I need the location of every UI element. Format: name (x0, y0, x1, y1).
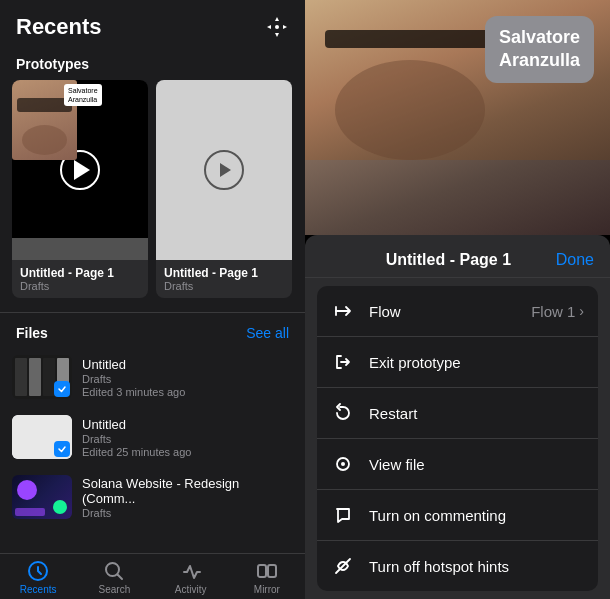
svg-rect-3 (258, 565, 266, 577)
flow-chevron-icon: › (579, 303, 584, 319)
play-icon-1 (74, 160, 90, 180)
file-item-2[interactable]: Untitled Drafts Edited 25 minutes ago (0, 407, 305, 467)
left-panel: Recents Prototypes (0, 0, 305, 599)
tab-search-label: Search (99, 584, 131, 595)
tab-mirror[interactable]: Mirror (229, 560, 305, 595)
file-thumb-3-inner (12, 475, 72, 519)
file-item-1[interactable]: Untitled Drafts Edited 3 minutes ago (0, 347, 305, 407)
file-sub-1: Drafts (82, 373, 293, 385)
menu-item-hotspot[interactable]: Turn off hotspot hints (317, 541, 598, 591)
person-name-label: Salvatore Aranzulla (485, 16, 594, 83)
sheet-menu: Flow Flow 1 › Exit prototype (317, 286, 598, 591)
sheet-done-button[interactable]: Done (556, 251, 594, 269)
tab-mirror-label: Mirror (254, 584, 280, 595)
tab-recents[interactable]: Recents (0, 560, 76, 595)
preview-area: Salvatore Aranzulla (305, 0, 610, 235)
menu-text-flow: Flow (369, 303, 531, 320)
prototype-name-1: Untitled - Page 1 (20, 266, 140, 280)
file-item-3[interactable]: Solana Website - Redesign (Comm... Draft… (0, 467, 305, 527)
right-panel: Salvatore Aranzulla Untitled - Page 1 Do… (305, 0, 610, 599)
file-thumb-3 (12, 475, 72, 519)
prototype-sub-1: Drafts (20, 280, 140, 292)
file-info-1: Untitled Drafts Edited 3 minutes ago (82, 357, 293, 398)
files-section: Files See all (0, 315, 305, 553)
tab-bar: Recents Search Activity (0, 553, 305, 599)
menu-text-viewfile: View file (369, 456, 584, 473)
divider-1 (0, 312, 305, 313)
recents-tab-icon (27, 560, 49, 582)
file-thumb-2 (12, 415, 72, 459)
file-name-3: Solana Website - Redesign (Comm... (82, 476, 293, 506)
prototype-card-2[interactable]: Untitled - Page 1 Drafts (156, 80, 292, 298)
tab-recents-label: Recents (20, 584, 57, 595)
prototype-info-1: Untitled - Page 1 Drafts (12, 260, 148, 298)
file-name-2: Untitled (82, 417, 293, 432)
comment-icon (331, 503, 355, 527)
file-edited-2: Edited 25 minutes ago (82, 446, 293, 458)
prototype-thumb-2 (156, 80, 292, 260)
menu-item-restart[interactable]: Restart (317, 388, 598, 439)
file-edited-1: Edited 3 minutes ago (82, 386, 293, 398)
file-name-1: Untitled (82, 357, 293, 372)
play-button-2[interactable] (204, 150, 244, 190)
person-background: Salvatore Aranzulla (305, 0, 610, 235)
prototype-name-2: Untitled - Page 1 (164, 266, 284, 280)
recents-title: Recents (16, 14, 102, 40)
menu-item-flow[interactable]: Flow Flow 1 › (317, 286, 598, 337)
tab-search[interactable]: Search (76, 560, 152, 595)
prototypes-label: Prototypes (0, 50, 305, 80)
tab-activity[interactable]: Activity (153, 560, 229, 595)
prototypes-row: SalvatoreAranzulla Untitled - Page 1 Dra… (0, 80, 305, 310)
svg-rect-4 (268, 565, 276, 577)
prototype-info-2: Untitled - Page 1 Drafts (156, 260, 292, 298)
recents-header: Recents (0, 0, 305, 50)
file-badge-2 (54, 441, 70, 457)
file-info-3: Solana Website - Redesign (Comm... Draft… (82, 476, 293, 519)
restart-icon (331, 401, 355, 425)
prototype-card-1[interactable]: SalvatoreAranzulla Untitled - Page 1 Dra… (12, 80, 148, 298)
file-sub-2: Drafts (82, 433, 293, 445)
activity-tab-icon (180, 560, 202, 582)
tab-activity-label: Activity (175, 584, 207, 595)
menu-text-hotspot: Turn off hotspot hints (369, 558, 584, 575)
menu-item-exit[interactable]: Exit prototype (317, 337, 598, 388)
prototypes-section: Prototypes SalvatoreAranzulla (0, 50, 305, 310)
menu-value-flow: Flow 1 (531, 303, 575, 320)
sheet-title: Untitled - Page 1 (341, 251, 556, 269)
file-thumb-1 (12, 355, 72, 399)
hotspot-icon (331, 554, 355, 578)
files-header: Files See all (0, 315, 305, 347)
file-sub-3: Drafts (82, 507, 293, 519)
menu-text-restart: Restart (369, 405, 584, 422)
menu-text-exit: Exit prototype (369, 354, 584, 371)
menu-text-comment: Turn on commenting (369, 507, 584, 524)
see-all-button[interactable]: See all (246, 325, 289, 341)
svg-point-6 (341, 462, 345, 466)
viewfile-icon (331, 452, 355, 476)
menu-item-viewfile[interactable]: View file (317, 439, 598, 490)
mirror-tab-icon (256, 560, 278, 582)
play-icon-2 (220, 163, 231, 177)
svg-point-0 (275, 25, 279, 29)
menu-item-comment[interactable]: Turn on commenting (317, 490, 598, 541)
flow-icon (331, 299, 355, 323)
files-label: Files (16, 325, 48, 341)
exit-icon (331, 350, 355, 374)
file-badge-1 (54, 381, 70, 397)
file-info-2: Untitled Drafts Edited 25 minutes ago (82, 417, 293, 458)
search-tab-icon (103, 560, 125, 582)
bottom-sheet: Untitled - Page 1 Done Flow Flow 1 › (305, 235, 610, 599)
prototype-thumb-1: SalvatoreAranzulla (12, 80, 148, 260)
sheet-header: Untitled - Page 1 Done (305, 235, 610, 278)
add-icon[interactable] (265, 15, 289, 39)
prototype-sub-2: Drafts (164, 280, 284, 292)
